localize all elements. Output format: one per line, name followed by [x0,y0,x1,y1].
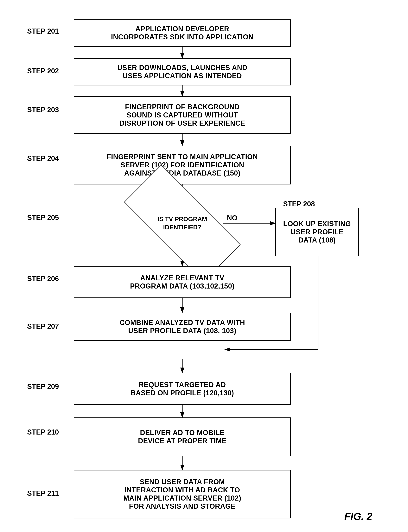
step-205-label: STEP 205 [27,213,59,222]
diagram-container: YES NO STEP 201 APPLICATION DEVELOPER IN… [16,8,396,528]
step-203-label: STEP 203 [27,106,59,114]
step-208-box: LOOK UP EXISTING USER PROFILE DATA (108) [275,208,359,256]
fig-label: FIG. 2 [344,511,372,522]
step-211-box: SEND USER DATA FROM INTERACTION WITH AD … [74,470,291,518]
step-202-label: STEP 202 [27,67,59,75]
step-210-label: STEP 210 [27,428,59,436]
step-206-box: ANALYZE RELEVANT TV PROGRAM DATA (103,10… [74,266,291,298]
step-208-label: STEP 208 [283,200,315,208]
step-202-box: USER DOWNLOADS, LAUNCHES AND USES APPLIC… [74,58,291,85]
step-206-label: STEP 206 [27,275,59,283]
step-204-box: FINGERPRINT SENT TO MAIN APPLICATION SER… [74,146,291,185]
step-204-label: STEP 204 [27,154,59,162]
step-207-box: COMBINE ANALYZED TV DATA WITH USER PROFI… [74,313,291,341]
step-207-label: STEP 207 [27,322,59,330]
step-201-label: STEP 201 [27,27,59,35]
step-205-diamond: IS TV PROGRAM IDENTIFIED? [126,197,238,249]
step-203-box: FINGERPRINT OF BACKGROUND SOUND IS CAPTU… [74,96,291,134]
step-201-box: APPLICATION DEVELOPER INCORPORATES SDK I… [74,19,291,47]
step-209-box: REQUEST TARGETED AD BASED ON PROFILE (12… [74,373,291,405]
step-209-label: STEP 209 [27,382,59,391]
step-210-box: DELIVER AD TO MOBILE DEVICE AT PROPER TI… [74,417,291,456]
step-211-label: STEP 211 [27,489,59,497]
